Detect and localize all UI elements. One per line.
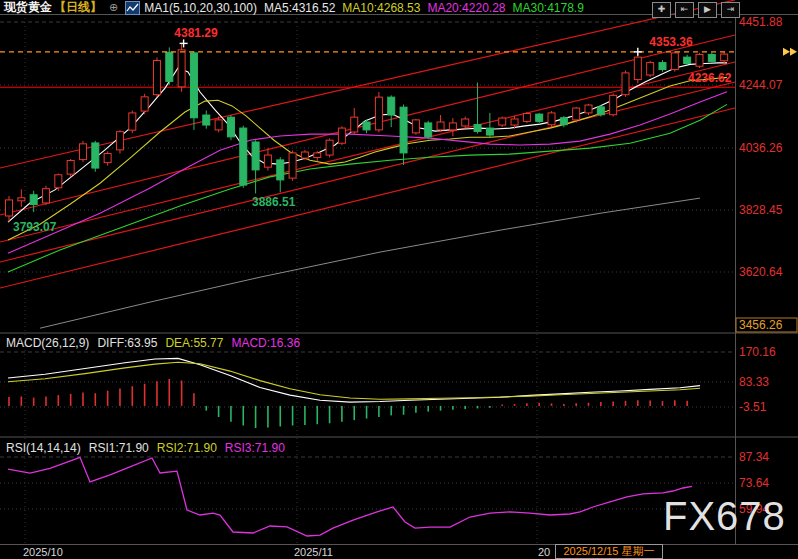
zoom-horizontal-button[interactable]: ⇤ xyxy=(675,2,694,18)
date-label: 20 xyxy=(538,546,550,558)
panel-boundary-label: 3456.26 xyxy=(739,318,783,332)
axis-label: -3.51 xyxy=(739,400,767,414)
ma20-value: MA20:4220.28 xyxy=(427,1,505,15)
axis-label: 4036.26 xyxy=(739,141,783,155)
date-label: 2025/10 xyxy=(23,546,63,558)
low-annotation: 3886.51 xyxy=(252,195,296,209)
main-header: 现货黄金【日线】 ⊕ MA1(5,10,20,30,100) MA5:4316.… xyxy=(4,0,584,15)
price-axis: 4451.88 4244.07 4036.26 3828.45 3620.64 … xyxy=(736,15,797,332)
period-label: 【日线】 xyxy=(54,0,102,16)
macd-title: MACD(26,12,9) xyxy=(6,336,89,350)
axis-label: 87.34 xyxy=(739,450,769,464)
rsi1-value: RSI1:71.90 xyxy=(89,441,149,455)
macd-axis: 170.16 83.33 -3.51 xyxy=(739,345,776,414)
circle-plus-icon[interactable]: ⊕ xyxy=(109,1,118,14)
axis-label: 3828.45 xyxy=(739,203,783,217)
last-price-annotation: 4353.36 xyxy=(649,35,693,49)
ma30-value: MA30:4178.9 xyxy=(512,1,583,15)
exit-panel-button[interactable]: ⇥ xyxy=(721,2,740,18)
rsi-header: RSI(14,14,14) RSI1:71.90 RSI2:71.90 RSI3… xyxy=(6,441,285,455)
axis-label: 3620.64 xyxy=(739,265,783,279)
date-label: 2025/11 xyxy=(294,546,333,558)
fx678-watermark: FX678 xyxy=(663,494,786,539)
rsi-title: RSI(14,14,14) xyxy=(6,441,81,455)
chart-toolbar: ✚ ⇤ ▶ ⇥ xyxy=(652,2,740,18)
rsi2-value: RSI2:71.90 xyxy=(157,441,217,455)
move-tool-button[interactable]: ✚ xyxy=(652,2,671,18)
axis-label: 73.64 xyxy=(739,476,769,490)
rsi3-value: RSI3:71.90 xyxy=(225,441,285,455)
chart-canvas[interactable]: 4451.88 4244.07 4036.26 3828.45 3620.64 … xyxy=(0,0,798,559)
ma-set-label: MA1(5,10,20,30,100) xyxy=(144,1,257,15)
current-date-badge: 2025/12/15 星期一 xyxy=(555,544,663,559)
axis-label: 4244.07 xyxy=(739,78,783,92)
macd-macd-value: MACD:16.36 xyxy=(231,336,300,350)
macd-diff-value: DIFF:63.95 xyxy=(97,336,157,350)
axis-label: 170.16 xyxy=(739,345,776,359)
low-annotation: 3793.07 xyxy=(13,220,57,234)
hline-annotation: 4236.62 xyxy=(688,71,732,85)
symbol-name: 现货黄金 xyxy=(4,0,52,16)
high-annotation: 4381.29 xyxy=(174,26,218,40)
ma10-value: MA10:4268.53 xyxy=(342,1,420,15)
macd-header: MACD(26,12,9) DIFF:63.95 DEA:55.77 MACD:… xyxy=(6,336,300,350)
ma5-value: MA5:4316.52 xyxy=(264,1,335,15)
play-forward-button[interactable]: ▶ xyxy=(698,2,717,18)
axis-label: 4451.88 xyxy=(739,15,783,29)
chart-window: 现货黄金【日线】 ⊕ MA1(5,10,20,30,100) MA5:4316.… xyxy=(0,0,798,559)
date-axis: 2025/10 2025/11 20 2025/12/15 星期一 xyxy=(0,546,798,559)
axis-label: 83.33 xyxy=(739,375,769,389)
indicator-chart-icon[interactable] xyxy=(125,1,140,15)
macd-dea-value: DEA:55.77 xyxy=(165,336,223,350)
